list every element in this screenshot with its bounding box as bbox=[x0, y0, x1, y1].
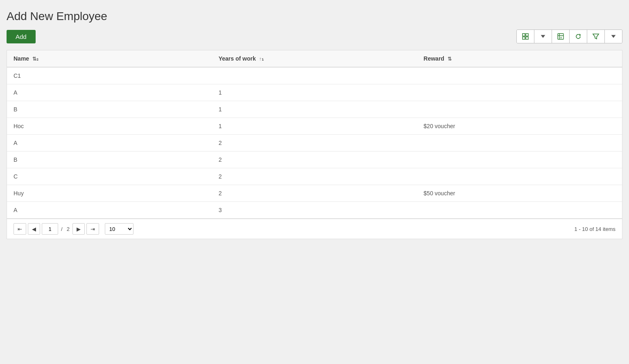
table-row: B2 bbox=[7, 151, 622, 168]
cell-reward: $50 voucher bbox=[417, 185, 622, 202]
col-name-sort-icon: ⇅₂ bbox=[32, 56, 38, 62]
pagination-bar: ⇤ ◀ / 2 ▶ ⇥ 10 20 50 100 1 - 10 of 14 it… bbox=[7, 219, 622, 239]
pagination-controls: ⇤ ◀ / 2 ▶ ⇥ 10 20 50 100 bbox=[14, 223, 133, 235]
cell-reward bbox=[417, 101, 622, 118]
page-sep: / bbox=[61, 226, 63, 232]
total-pages: 2 bbox=[67, 226, 70, 232]
cell-years: 2 bbox=[212, 185, 417, 202]
cell-name: A bbox=[7, 84, 212, 101]
table-row: B1 bbox=[7, 101, 622, 118]
col-reward-label: Reward bbox=[423, 55, 444, 62]
employee-table: Name ⇅₂ Years of work ↑₁ Reward ⇅ C1A1B1… bbox=[7, 50, 622, 218]
refresh-button[interactable] bbox=[570, 30, 587, 43]
col-header-name[interactable]: Name ⇅₂ bbox=[7, 50, 212, 67]
toolbar: Add bbox=[7, 29, 622, 43]
chevron-down-icon-2 bbox=[610, 33, 617, 40]
last-page-button[interactable]: ⇥ bbox=[86, 223, 99, 235]
excel-export-button[interactable]: X bbox=[552, 30, 570, 43]
svg-rect-2 bbox=[523, 37, 525, 39]
col-years-sort-icon: ↑₁ bbox=[259, 56, 264, 62]
col-header-years[interactable]: Years of work ↑₁ bbox=[212, 50, 417, 67]
chevron-down-icon bbox=[539, 33, 547, 40]
cell-name: C bbox=[7, 168, 212, 185]
svg-rect-3 bbox=[526, 37, 528, 39]
cell-reward bbox=[417, 168, 622, 185]
svg-rect-0 bbox=[523, 34, 525, 36]
cell-name: B bbox=[7, 101, 212, 118]
col-header-reward[interactable]: Reward ⇅ bbox=[417, 50, 622, 67]
cell-reward bbox=[417, 151, 622, 168]
cell-name: B bbox=[7, 151, 212, 168]
next-page-button[interactable]: ▶ bbox=[72, 223, 85, 235]
grid-dropdown-button[interactable] bbox=[534, 30, 552, 43]
toolbar-actions: X bbox=[516, 29, 622, 43]
svg-marker-4 bbox=[541, 35, 545, 38]
refresh-icon bbox=[575, 33, 582, 40]
cell-reward bbox=[417, 84, 622, 101]
svg-text:X: X bbox=[560, 36, 562, 39]
grid-view-button[interactable] bbox=[517, 30, 534, 43]
cell-years: 2 bbox=[212, 151, 417, 168]
cell-years: 1 bbox=[212, 101, 417, 118]
per-page-select[interactable]: 10 20 50 100 bbox=[105, 223, 133, 235]
grid-icon bbox=[522, 33, 529, 40]
filter-dropdown-button[interactable] bbox=[605, 30, 622, 43]
cell-name: A bbox=[7, 135, 212, 151]
filter-icon bbox=[592, 33, 600, 40]
cell-name: C1 bbox=[7, 67, 212, 84]
filter-button[interactable] bbox=[587, 30, 605, 43]
cell-name: Huy bbox=[7, 185, 212, 202]
cell-reward bbox=[417, 202, 622, 219]
cell-years: 1 bbox=[212, 84, 417, 101]
table-row: Huy2$50 voucher bbox=[7, 185, 622, 202]
cell-years: 1 bbox=[212, 118, 417, 135]
cell-reward bbox=[417, 135, 622, 151]
cell-years: 2 bbox=[212, 135, 417, 151]
cell-reward: $20 voucher bbox=[417, 118, 622, 135]
data-table-wrapper: Name ⇅₂ Years of work ↑₁ Reward ⇅ C1A1B1… bbox=[7, 50, 622, 219]
table-row: A1 bbox=[7, 84, 622, 101]
table-row: Hoc1$20 voucher bbox=[7, 118, 622, 135]
col-name-label: Name bbox=[14, 55, 29, 62]
page-title: Add New Employee bbox=[7, 10, 622, 23]
svg-marker-9 bbox=[593, 34, 599, 39]
table-row: A3 bbox=[7, 202, 622, 219]
table-row: C1 bbox=[7, 67, 622, 84]
table-row: C2 bbox=[7, 168, 622, 185]
cell-reward bbox=[417, 67, 622, 84]
pagination-summary: 1 - 10 of 14 items bbox=[575, 226, 615, 232]
svg-rect-1 bbox=[526, 34, 528, 36]
cell-name: A bbox=[7, 202, 212, 219]
col-years-label: Years of work bbox=[219, 55, 256, 62]
col-reward-sort-icon: ⇅ bbox=[448, 56, 452, 62]
add-button[interactable]: Add bbox=[7, 30, 36, 43]
cell-years: 3 bbox=[212, 202, 417, 219]
cell-years bbox=[212, 67, 417, 84]
first-page-button[interactable]: ⇤ bbox=[14, 223, 26, 235]
cell-years: 2 bbox=[212, 168, 417, 185]
excel-icon: X bbox=[557, 33, 564, 40]
table-header-row: Name ⇅₂ Years of work ↑₁ Reward ⇅ bbox=[7, 50, 622, 67]
page-number-input[interactable] bbox=[42, 223, 58, 235]
table-row: A2 bbox=[7, 135, 622, 151]
cell-name: Hoc bbox=[7, 118, 212, 135]
prev-page-button[interactable]: ◀ bbox=[28, 223, 40, 235]
svg-marker-10 bbox=[611, 35, 616, 38]
